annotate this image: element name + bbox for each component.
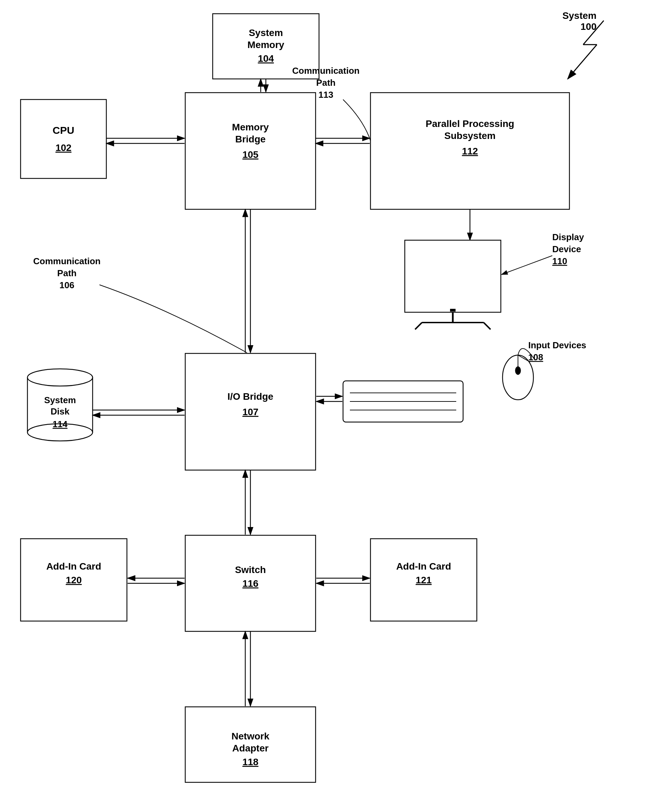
- comm-path-113-label2: Path: [316, 78, 336, 88]
- mouse-wheel: [515, 367, 521, 375]
- input-devices-number: 108: [528, 352, 543, 362]
- system-number: 100: [581, 21, 597, 32]
- io-bridge-label1: I/O Bridge: [227, 391, 274, 402]
- comm-path-106-number: 106: [59, 280, 74, 290]
- svg-line-4: [576, 45, 597, 69]
- system-disk-label2: Disk: [51, 406, 70, 416]
- monitor-screen: [405, 240, 501, 312]
- network-adapter-label2: Adapter: [232, 743, 269, 754]
- svg-line-5: [568, 69, 576, 79]
- parallel-processing-box: [370, 93, 570, 209]
- display-device-number: 110: [552, 256, 567, 266]
- comm-path-113-curve: [343, 99, 370, 141]
- memory-bridge-label1: Memory: [232, 122, 269, 133]
- add-in-card-120-number: 120: [66, 575, 82, 585]
- input-devices-label-arrow: [518, 355, 530, 362]
- display-device-label1: Display: [552, 232, 584, 242]
- switch-label: Switch: [235, 564, 266, 575]
- system-memory-label2: Memory: [247, 40, 284, 50]
- system-disk-top-ellipse: [27, 369, 93, 386]
- network-adapter-box: [185, 707, 315, 782]
- cpu-label: CPU: [53, 125, 74, 136]
- cpu-box: [21, 99, 106, 178]
- input-devices-label1: Input Devices: [528, 340, 586, 351]
- monitor-foot-left: [415, 323, 422, 330]
- diagram-svg: System Memory 104 CPU 102 Memory Bridge …: [0, 0, 672, 794]
- display-device-label2: Device: [552, 244, 581, 254]
- system-memory-box: [213, 14, 319, 79]
- system-memory-label: System: [249, 27, 283, 38]
- comm-path-106-curve: [99, 285, 247, 353]
- system-text: System: [562, 10, 597, 21]
- memory-bridge-box: [185, 93, 315, 209]
- add-in-card-121-box: [370, 539, 477, 621]
- switch-box: [185, 535, 315, 631]
- network-adapter-label1: Network: [232, 731, 270, 741]
- monitor-foot-right: [484, 323, 491, 330]
- io-bridge-box: [185, 354, 315, 470]
- add-in-card-120-label1: Add-In Card: [46, 561, 101, 571]
- system-disk-bottom-ellipse: [27, 424, 93, 441]
- comm-path-113-number: 113: [318, 90, 333, 100]
- diagram: System 100 System Memory 104 CPU 102: [0, 0, 672, 794]
- io-bridge-number: 107: [243, 407, 259, 417]
- memory-bridge-label2: Bridge: [235, 134, 266, 144]
- parallel-label2: Subsystem: [444, 130, 495, 141]
- network-adapter-number: 118: [243, 757, 259, 767]
- system-disk-body: [27, 378, 93, 432]
- switch-number: 116: [243, 578, 259, 589]
- add-in-card-121-number: 121: [416, 575, 432, 585]
- memory-bridge-number: 105: [243, 149, 259, 160]
- comm-path-106-label1: Communication: [33, 256, 101, 266]
- keyboard-body: [343, 381, 463, 422]
- comm-path-106-label2: Path: [57, 268, 77, 278]
- system-label: System 100: [562, 10, 597, 32]
- display-device-arrow: [501, 256, 552, 274]
- system-disk-number: 114: [53, 419, 67, 429]
- monitor-indicator: [450, 309, 456, 312]
- comm-path-113-label: Communication: [292, 66, 360, 76]
- add-in-card-121-label1: Add-In Card: [396, 561, 451, 571]
- parallel-number: 112: [462, 146, 478, 157]
- system-memory-number: 104: [258, 53, 274, 64]
- system-disk-label1: System: [44, 395, 76, 405]
- parallel-label1: Parallel Processing: [426, 118, 514, 129]
- add-in-card-120-box: [21, 539, 127, 621]
- mouse-body: [502, 355, 533, 400]
- cpu-number: 102: [56, 142, 72, 153]
- mouse-cable: [518, 349, 535, 360]
